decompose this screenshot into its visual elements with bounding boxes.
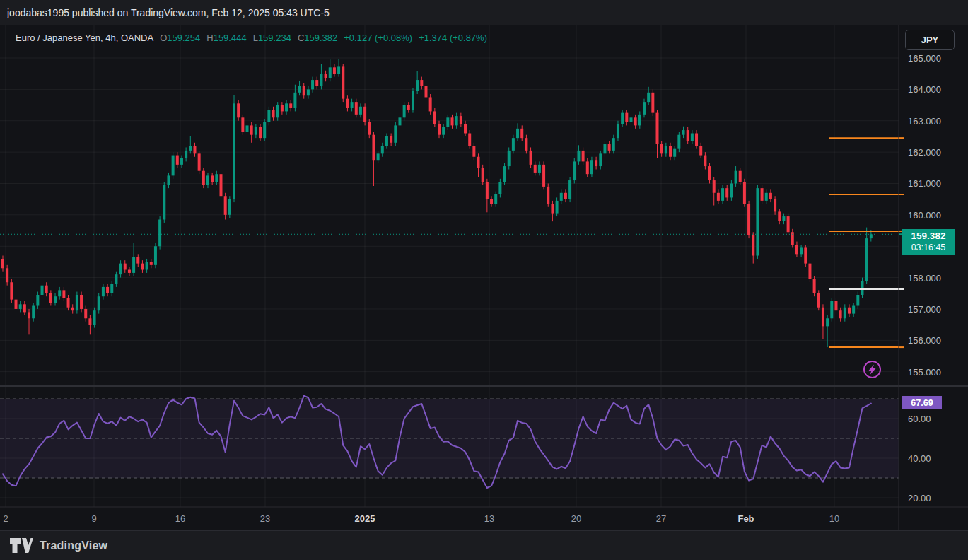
chart-canvas[interactable] [0, 0, 968, 560]
price-axis-label: 156.000 [908, 335, 941, 346]
price-axis-label: 163.000 [908, 115, 941, 126]
price-axis-label: 157.000 [908, 303, 941, 314]
last-price-badge: 159.382 03:16:45 [902, 229, 955, 255]
time-axis-label: 2025 [355, 513, 375, 524]
symbol-legend: Euro / Japanese Yen, 4h, OANDA O159.254 … [16, 33, 487, 43]
price-axis-label: 158.000 [908, 272, 941, 283]
tradingview-logo[interactable] [10, 538, 33, 554]
time-axis-label: Feb [737, 513, 754, 524]
bar-countdown: 03:16:45 [911, 243, 946, 254]
price-axis-label: 160.000 [908, 209, 941, 220]
time-axis-label: 2 [3, 513, 8, 524]
rsi-value-badge: 67.69 [902, 396, 942, 409]
price-axis-label: 164.000 [908, 84, 941, 95]
close-value: 159.382 [304, 33, 337, 43]
change-value: +0.127 (+0.08%) [344, 33, 412, 43]
change-total-value: +1.374 (+0.87%) [419, 33, 487, 43]
open-value: 159.254 [167, 33, 200, 43]
flash-idea-button[interactable] [863, 360, 882, 379]
rsi-axis-label: 20.00 [908, 493, 931, 503]
price-axis-label: 165.000 [908, 53, 941, 64]
rsi-axis-label: 40.00 [908, 453, 931, 464]
open-label: O [160, 33, 167, 43]
time-axis-label: 13 [484, 513, 494, 524]
time-axis-label: 20 [571, 513, 581, 524]
publish-info-bar: joodabas1995 published on TradingView.co… [0, 0, 968, 25]
low-value: 159.234 [258, 33, 291, 43]
low-label: L [253, 33, 258, 43]
rsi-axis-label: 60.00 [908, 414, 931, 424]
time-axis-label: 9 [91, 513, 96, 524]
time-axis-label: 16 [175, 513, 185, 524]
time-axis-label: 27 [656, 513, 666, 524]
high-label: H [206, 33, 213, 43]
footer-bar: TradingView [0, 530, 968, 560]
high-value: 159.444 [214, 33, 247, 43]
lightning-icon [863, 360, 882, 379]
currency-toggle-button[interactable]: JPY [905, 30, 955, 50]
close-label: C [298, 33, 304, 43]
tradingview-published-chart: joodabas1995 published on TradingView.co… [0, 0, 968, 560]
time-axis-label: 23 [260, 513, 270, 524]
price-axis-label: 155.000 [908, 366, 941, 377]
footer-brand[interactable]: TradingView [40, 539, 107, 552]
price-axis-label: 162.000 [908, 147, 941, 158]
time-axis-label: 10 [829, 513, 839, 524]
symbol-title[interactable]: Euro / Japanese Yen, 4h, OANDA [16, 33, 153, 43]
publish-info-text: joodabas1995 published on TradingView.co… [7, 7, 330, 18]
price-axis-label: 161.000 [908, 178, 941, 189]
